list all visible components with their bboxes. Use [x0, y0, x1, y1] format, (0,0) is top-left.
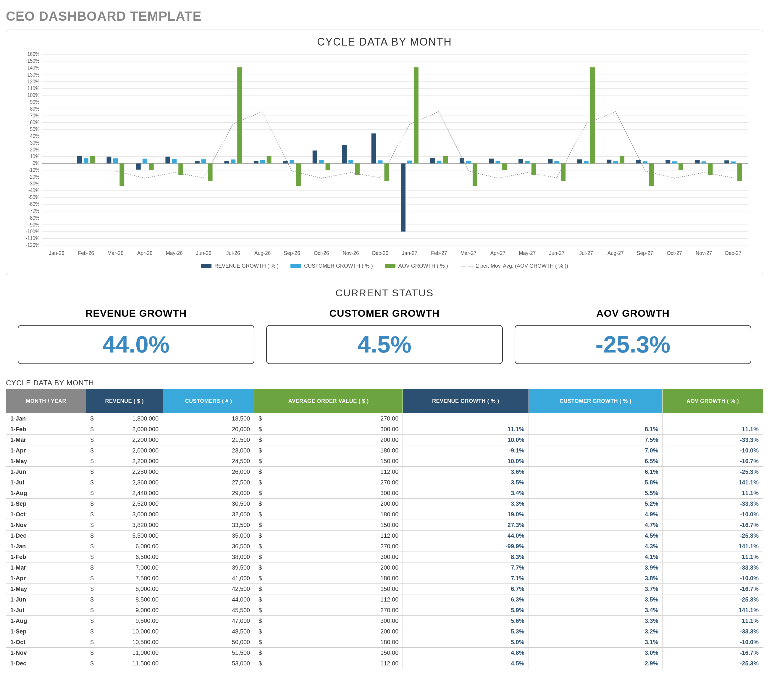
- th-rev-growth: REVENUE GROWTH ( % ): [403, 389, 529, 414]
- svg-text:Nov-27: Nov-27: [696, 250, 712, 256]
- th-cust-growth: CUSTOMER GROWTH ( % ): [529, 389, 663, 414]
- status-aov: AOV GROWTH -25.3%: [515, 307, 751, 364]
- cell-customers: 53,000: [163, 658, 254, 669]
- status-aov-value: -25.3%: [515, 325, 751, 364]
- table-row: 1-Mar$2,200,00021,500$200.0010.0%7.5%-33…: [6, 435, 763, 446]
- svg-rect-148: [649, 164, 654, 186]
- cell-rev-growth: 10.0%: [403, 456, 529, 467]
- svg-text:May-26: May-26: [166, 250, 183, 256]
- cell-revenue: $2,360,000: [86, 477, 163, 488]
- cell-aov: $112.00: [254, 594, 403, 605]
- legend-label: AOV GROWTH ( % ): [398, 263, 448, 269]
- cell-revenue: $6,500.00: [86, 552, 163, 563]
- svg-rect-103: [666, 160, 670, 164]
- svg-rect-93: [372, 134, 376, 163]
- svg-rect-135: [267, 156, 272, 164]
- svg-text:130%: 130%: [27, 72, 39, 78]
- cell-cust-growth: 3.9%: [529, 563, 663, 573]
- svg-text:Sep-27: Sep-27: [637, 250, 653, 256]
- svg-text:-50%: -50%: [28, 195, 40, 201]
- cell-revenue: $9,500.00: [86, 616, 163, 626]
- cell-revenue: $11,500.00: [86, 658, 163, 669]
- cell-cust-growth: 8.1%: [529, 424, 663, 435]
- cell-customers: 36,500: [163, 541, 254, 552]
- svg-rect-140: [414, 67, 418, 163]
- status-customer: CUSTOMER GROWTH 4.5%: [266, 307, 503, 364]
- cell-aov-growth: [663, 414, 763, 424]
- cycle-chart: -120%-110%-100%-90%-80%-70%-60%-50%-40%-…: [15, 51, 754, 258]
- cell-month: 1-Dec: [6, 531, 86, 541]
- svg-text:May-27: May-27: [519, 250, 536, 256]
- svg-text:Apr-27: Apr-27: [491, 250, 505, 256]
- cell-customers: 41,000: [163, 573, 254, 584]
- table-row: 1-May$8,000.0042,500$150.006.7%3.7%-16.7…: [6, 584, 763, 594]
- svg-rect-126: [672, 161, 677, 164]
- cell-aov-growth: 11.1%: [663, 424, 763, 435]
- table-row: 1-Nov$3,820,00033,500$150.0027.3%4.7%-16…: [6, 520, 763, 531]
- svg-rect-128: [731, 161, 735, 164]
- svg-rect-104: [695, 160, 700, 164]
- svg-rect-87: [195, 161, 199, 163]
- cell-aov: $180.00: [254, 573, 403, 584]
- svg-text:Dec-27: Dec-27: [725, 250, 742, 256]
- svg-text:40%: 40%: [30, 133, 39, 139]
- svg-text:Jan-26: Jan-26: [49, 250, 64, 256]
- th-customers: CUSTOMERS ( # ): [163, 389, 254, 414]
- cell-aov-growth: 11.1%: [663, 488, 763, 499]
- cell-customers: 26,000: [163, 467, 254, 477]
- svg-rect-136: [296, 164, 301, 186]
- svg-rect-98: [518, 159, 523, 163]
- cell-month: 1-Oct: [6, 637, 86, 648]
- table-row: 1-Oct$10,500.0050,000$180.005.0%3.1%-10.…: [6, 637, 763, 648]
- legend-swatch-customer: [290, 264, 301, 268]
- cell-rev-growth: 5.9%: [403, 605, 529, 616]
- cell-aov-growth: -10.0%: [663, 573, 763, 584]
- cell-month: 1-Mar: [6, 435, 86, 446]
- svg-rect-113: [290, 160, 294, 164]
- cell-revenue: $7,500.00: [86, 573, 163, 584]
- svg-rect-109: [172, 159, 177, 164]
- cell-aov: $200.00: [254, 435, 403, 446]
- table-row: 1-Jun$2,280,00026,000$112.003.6%6.1%-25.…: [6, 467, 763, 477]
- svg-text:-20%: -20%: [28, 174, 40, 180]
- status-customer-label: CUSTOMER GROWTH: [266, 307, 503, 319]
- cell-aov-growth: -33.3%: [663, 563, 763, 573]
- svg-text:Aug-26: Aug-26: [254, 250, 270, 256]
- svg-rect-85: [136, 164, 141, 170]
- cell-cust-growth: 5.8%: [529, 477, 663, 488]
- cell-aov: $300.00: [254, 616, 403, 626]
- svg-text:-70%: -70%: [28, 208, 40, 214]
- svg-rect-137: [326, 164, 330, 171]
- cell-month: 1-Jul: [6, 605, 86, 616]
- svg-rect-84: [106, 157, 111, 164]
- cell-month: 1-Mar: [6, 563, 86, 573]
- cell-rev-growth: 19.0%: [403, 509, 529, 520]
- th-aov: AVERAGE ORDER VALUE ( $ ): [254, 389, 403, 414]
- cell-cust-growth: 3.0%: [529, 648, 663, 658]
- table-row: 1-Mar$7,000.0039,500$200.007.7%3.9%-33.3…: [6, 563, 763, 573]
- cell-month: 1-Feb: [6, 424, 86, 435]
- svg-rect-112: [260, 160, 265, 164]
- cell-rev-growth: 4.5%: [403, 658, 529, 669]
- svg-rect-118: [437, 161, 442, 163]
- cell-month: 1-Aug: [6, 488, 86, 499]
- cell-cust-growth: 4.5%: [529, 531, 663, 541]
- svg-rect-90: [283, 161, 288, 164]
- cell-cust-growth: 6.1%: [529, 467, 663, 477]
- svg-rect-142: [473, 164, 477, 186]
- svg-rect-95: [430, 158, 435, 164]
- cell-month: 1-May: [6, 584, 86, 594]
- cell-aov-growth: -25.3%: [663, 531, 763, 541]
- svg-rect-120: [496, 161, 500, 164]
- legend-label: 2 per. Mov. Avg. (AOV GROWTH ( % )): [476, 263, 568, 269]
- svg-rect-130: [119, 164, 124, 186]
- svg-text:Jan-27: Jan-27: [402, 250, 417, 256]
- section-status-title: CURRENT STATUS: [6, 287, 763, 299]
- cell-cust-growth: 5.2%: [529, 499, 663, 509]
- cell-rev-growth: 3.4%: [403, 488, 529, 499]
- table-row: 1-Jun$8,500.0044,000$112.006.3%3.5%-25.3…: [6, 594, 763, 605]
- cell-aov: $112.00: [254, 467, 403, 477]
- cell-cust-growth: 3.3%: [529, 616, 663, 626]
- cell-revenue: $8,000.00: [86, 584, 163, 594]
- svg-text:Mar-26: Mar-26: [107, 250, 123, 256]
